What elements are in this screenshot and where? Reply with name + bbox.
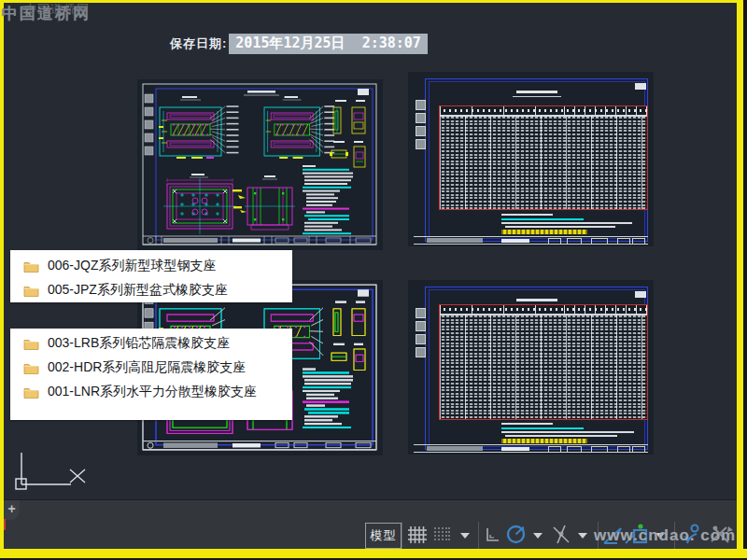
- cad-application-window: 006-JQZ系列新型球型钢支座 005-JPZ系列新型盆式橡胶支座 003-L…: [0, 0, 747, 560]
- menu-item-label: 006-JQZ系列新型球型钢支座: [48, 258, 216, 274]
- ucs-icon: [9, 451, 95, 494]
- ortho-icon[interactable]: [484, 526, 500, 543]
- elevation-view-right: [264, 96, 334, 159]
- table-body-noise: [440, 116, 647, 209]
- polar-dropdown-icon[interactable]: [532, 532, 543, 539]
- menu-item-005[interactable]: 005-JPZ系列新型盆式橡胶支座: [10, 278, 292, 302]
- folder-icon: [23, 386, 39, 399]
- menu-item-004-selected[interactable]: [10, 302, 292, 329]
- bearing-construction-drawing: [137, 79, 383, 250]
- folder-icon: [23, 260, 39, 273]
- snap-grid-icon[interactable]: [433, 526, 450, 543]
- menu-item-label: 003-LRB系列铅芯隔震橡胶支座: [48, 335, 230, 352]
- yellow-annotation-arrow: [238, 195, 246, 199]
- folder-icon: [23, 338, 39, 350]
- elevation-view-left: [159, 96, 239, 159]
- capture-frame-bottom: [0, 549, 747, 558]
- folder-icon: [23, 362, 39, 374]
- grid-dropdown-icon[interactable]: [459, 532, 471, 539]
- detail-views: [330, 100, 365, 167]
- leader-labels: [227, 105, 239, 153]
- menu-item-003[interactable]: 003-LRB系列铅芯隔震橡胶支座: [10, 331, 292, 356]
- menu-item-label: 005-JPZ系列新型盆式橡胶支座: [48, 282, 228, 299]
- side-view: [233, 175, 295, 230]
- drawing-sheet-4: [408, 280, 654, 455]
- grid-display-icon[interactable]: [407, 525, 428, 545]
- menu-item-006[interactable]: 006-JQZ系列新型球型钢支座: [10, 254, 292, 278]
- data-table: [439, 105, 648, 210]
- drawing-sheet-1: [137, 79, 383, 250]
- record-indicator: [4, 519, 6, 530]
- model-tab-button[interactable]: 模型: [365, 523, 402, 549]
- capture-frame-top: [0, 0, 747, 3]
- sheet-title-text: [516, 91, 557, 93]
- polar-tracking-icon[interactable]: [505, 524, 527, 545]
- capture-frame-right: [737, 0, 743, 560]
- corner-box: [635, 291, 646, 298]
- table-body-noise: [440, 315, 647, 419]
- menu-item-002[interactable]: 002-HDR系列高阻尼隔震橡胶支座: [10, 356, 292, 380]
- highlighted-note: [501, 439, 587, 443]
- watermark-text-overlay: 中国道桥网: [24, 1, 90, 18]
- watermark-bottom-text: www.cndao. com: [594, 526, 736, 545]
- save-date-bar: 保存日期: 2015年12月25日 2:38:07: [170, 34, 428, 54]
- menu-item-label: 001-LNR系列水平力分散型橡胶支座: [48, 384, 257, 400]
- corner-box: [635, 83, 646, 90]
- menu-item-001[interactable]: 001-LNR系列水平力分散型橡胶支座: [10, 380, 292, 404]
- menu-item-label: 002-HDR系列高阻尼隔震橡胶支座: [48, 359, 246, 376]
- sheet-title-text: [516, 299, 557, 301]
- table-header-row: [440, 106, 647, 116]
- plan-view: [163, 174, 236, 234]
- isometric-dropdown-icon[interactable]: [577, 532, 588, 539]
- table-header-row: [440, 305, 647, 315]
- folder-icon: [23, 285, 39, 297]
- binding-marks: [145, 94, 153, 155]
- save-date-value: 2015年12月25日 2:38:07: [229, 34, 428, 54]
- crosshair-cursor: [70, 469, 85, 483]
- drawing-sheet-2: [408, 72, 654, 246]
- highlighted-note: [501, 230, 587, 234]
- capture-frame-left: [0, 0, 4, 560]
- save-date-label: 保存日期:: [170, 35, 227, 52]
- isometric-drafting-icon[interactable]: [551, 524, 572, 545]
- corner-box: [358, 89, 369, 95]
- data-table: [439, 304, 648, 420]
- folder-popup-menu: 006-JQZ系列新型球型钢支座 005-JPZ系列新型盆式橡胶支座 003-L…: [10, 250, 292, 420]
- add-layout-tab-button[interactable]: +: [4, 500, 20, 520]
- sheet-title-text: [247, 91, 275, 93]
- notes-block: [303, 165, 353, 234]
